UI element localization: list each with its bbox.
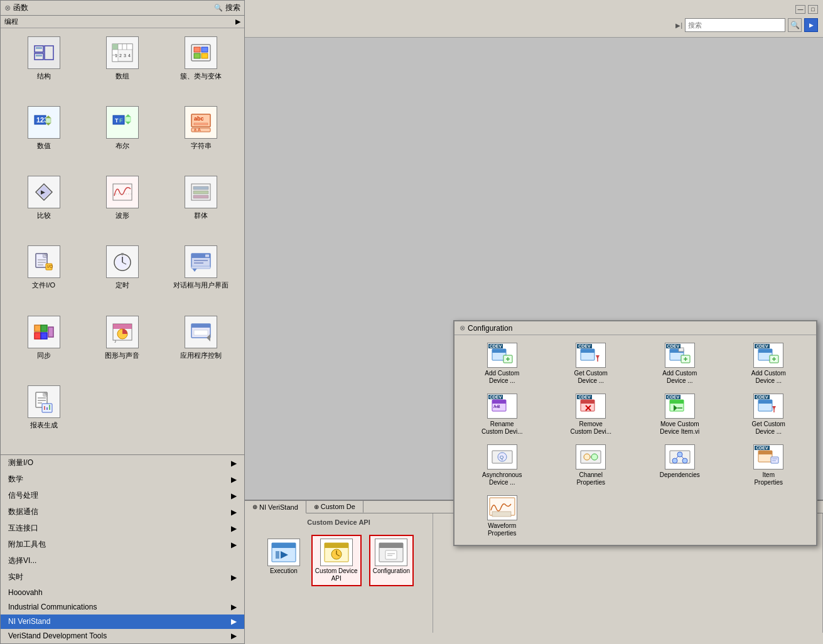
- svg-rect-68: [35, 325, 41, 331]
- minimize-button[interactable]: —: [795, 5, 805, 14]
- palette-item-graph[interactable]: ♪ 图形与声音: [84, 313, 160, 380]
- svg-rect-143: [771, 457, 778, 463]
- list-item-realtime[interactable]: 实时 ▶: [1, 569, 244, 586]
- tab-execution[interactable]: Execution: [264, 535, 304, 586]
- palette-item-sync[interactable]: 同步: [6, 313, 82, 380]
- svg-text:A: A: [493, 404, 497, 409]
- addon-arrow: ▶: [231, 540, 237, 549]
- tab-label-custom: Custom De: [321, 503, 355, 510]
- list-item-hooovahh[interactable]: Hooovahh: [1, 586, 244, 600]
- search-area[interactable]: 🔍 搜索: [214, 3, 240, 13]
- execution-label: Execution: [270, 567, 298, 575]
- palette-item-app[interactable]: 应用程序控制: [163, 313, 239, 380]
- palette-item-file[interactable]: I/O 文件I/O: [6, 242, 82, 309]
- svg-rect-74: [113, 324, 132, 329]
- svg-rect-79: [194, 330, 208, 335]
- cluster-label: 簇、类与变体: [180, 72, 222, 81]
- svg-rect-44: [193, 186, 208, 190]
- veristand-dev-label: VeriStand Development Tools: [8, 631, 107, 640]
- list-item-industrial[interactable]: Industrial Communications ▶: [1, 600, 244, 614]
- palette-item-struct[interactable]: 结构: [6, 33, 82, 100]
- execution-icon: [267, 539, 300, 566]
- list-item-veristand-dev[interactable]: VeriStand Development Tools ▶: [1, 629, 244, 643]
- addon-label: 附加工具包: [8, 539, 46, 550]
- timer-icon: [106, 245, 139, 278]
- selectvi-label: 选择VI...: [8, 555, 36, 566]
- config-title: Configuration: [468, 324, 512, 333]
- list-item-interconnect[interactable]: 互连接口 ▶: [1, 520, 244, 537]
- svg-rect-107: [758, 349, 772, 353]
- sync-label: 同步: [37, 351, 51, 360]
- config-add-custom-3[interactable]: CDEV Add CustomDevice ...: [726, 340, 812, 387]
- custom-device-api-title: Custom Device API: [250, 518, 428, 526]
- palette-item-report[interactable]: 报表生成: [6, 382, 82, 449]
- dialog-icon: [185, 245, 217, 278]
- config-get-custom-2[interactable]: CDEV Get CustomDevice ...: [726, 391, 812, 438]
- config-async[interactable]: Q AsynchronousDevice ...: [460, 442, 545, 489]
- config-waveform-properties[interactable]: WaveformProperties: [460, 493, 545, 540]
- array-label: 数组: [116, 72, 129, 81]
- file-label: 文件I/O: [32, 281, 55, 290]
- get-custom-icon-1: CDEV: [576, 343, 606, 368]
- list-item-measure[interactable]: 测量I/O ▶: [1, 455, 244, 471]
- blue-indicator: ▶: [804, 18, 818, 32]
- palette-item-numeric[interactable]: 123 数值: [6, 103, 82, 170]
- list-item-math[interactable]: 数学 ▶: [1, 471, 244, 488]
- config-remove[interactable]: CDEV RemoveCustom Devi...: [549, 391, 634, 438]
- config-titlebar: ⊕ Configuration: [455, 321, 816, 335]
- channel-label: ChannelProperties: [576, 471, 605, 486]
- config-channel[interactable]: ChannelProperties: [549, 442, 634, 489]
- svg-rect-70: [41, 325, 47, 331]
- top-search-bar[interactable]: [685, 18, 785, 32]
- svg-rect-159: [385, 550, 397, 559]
- config-rename[interactable]: CDEV A B RenameCustom Devi...: [460, 391, 545, 438]
- list-item-addon[interactable]: 附加工具包 ▶: [1, 537, 244, 553]
- palette-item-compare[interactable]: ▶ 比较: [6, 173, 82, 240]
- search-button[interactable]: 🔍: [788, 18, 802, 32]
- custom-device-api-icon: [320, 539, 353, 566]
- custom-device-api-label: Custom DeviceAPI: [315, 567, 358, 582]
- palette-item-array[interactable]: 1 2 3 4 数组: [84, 33, 160, 100]
- rename-icon: CDEV A B: [487, 394, 517, 419]
- palette-item-group[interactable]: 群体: [163, 173, 239, 240]
- realtime-arrow: ▶: [231, 573, 237, 582]
- ni-veristand-arrow: ▶: [231, 617, 237, 626]
- bool-label: 布尔: [116, 141, 129, 151]
- palette-item-wave[interactable]: 波形: [84, 173, 160, 240]
- add-custom-label-1: Add CustomDevice ...: [485, 370, 519, 385]
- config-get-custom-1[interactable]: CDEV Get CustomDevice ...: [549, 340, 634, 387]
- list-item-data-comm[interactable]: 数据通信 ▶: [1, 504, 244, 520]
- config-add-custom-2[interactable]: CDEV Add CustomDevice ...: [637, 340, 723, 387]
- palette-item-bool[interactable]: T F 布尔: [84, 103, 160, 170]
- config-add-custom-1[interactable]: CDEV Add CustomDevice ...: [460, 340, 545, 387]
- palette-item-cluster[interactable]: 簇、类与变体: [163, 33, 239, 100]
- svg-rect-147: [492, 512, 511, 517]
- svg-rect-121: [670, 400, 684, 404]
- svg-rect-20: [202, 53, 208, 58]
- palette-item-string[interactable]: abc a A 字符串: [163, 103, 239, 170]
- restore-button[interactable]: □: [808, 5, 818, 14]
- palette-item-dialog[interactable]: 对话框与用户界面: [163, 242, 239, 309]
- tab-custom-device-api[interactable]: Custom DeviceAPI: [311, 535, 362, 586]
- top-search-input[interactable]: [688, 21, 770, 29]
- svg-rect-78: [191, 324, 210, 328]
- tab-custom-de[interactable]: ⊕ Custom De: [306, 501, 363, 513]
- list-item-ni-veristand[interactable]: NI VeriStand ▶: [1, 614, 244, 629]
- palette-item-timer[interactable]: 定时: [84, 242, 160, 309]
- async-icon: Q: [487, 444, 517, 470]
- measure-label: 测量I/O: [8, 458, 33, 468]
- numeric-icon: 123: [28, 106, 60, 139]
- list-item-signal[interactable]: 信号处理 ▶: [1, 488, 244, 504]
- tab-ni-veristand[interactable]: ⊕ NI VeriStand: [245, 501, 306, 513]
- math-arrow: ▶: [231, 475, 237, 484]
- svg-rect-34: [194, 123, 208, 125]
- config-item-properties[interactable]: CDEV ItemProperties: [726, 442, 812, 489]
- svg-rect-71: [41, 333, 47, 339]
- tab-configuration[interactable]: Configuration: [369, 535, 414, 586]
- signal-arrow: ▶: [231, 491, 237, 500]
- config-dependencies[interactable]: Dependencies: [637, 442, 723, 489]
- svg-rect-17: [194, 47, 200, 52]
- list-item-selectvi[interactable]: 选择VI...: [1, 553, 244, 569]
- config-move[interactable]: CDEV Move CustomDevice Item.vi: [637, 391, 723, 438]
- channel-icon: [576, 444, 606, 470]
